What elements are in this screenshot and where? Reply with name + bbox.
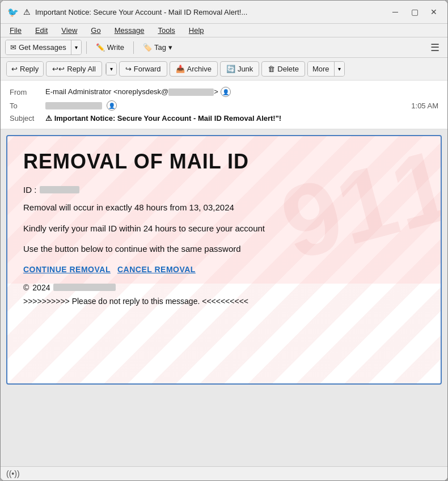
write-label: Write <box>107 43 124 52</box>
to-field: To 👤 1:05 AM <box>10 99 438 112</box>
subject-field: Subject ⚠ Important Notice: Secure Your … <box>10 112 438 124</box>
copyright-redacted <box>53 284 116 291</box>
get-messages-icon: ✉ <box>10 43 16 52</box>
mail-copyright: © 2024 <box>23 283 425 292</box>
from-value: E-mail Administrator <noreplysdesk@> 👤 <box>45 87 438 97</box>
from-suffix: > <box>214 87 218 96</box>
titlebar-title: Important Notice: Secure Your Account - … <box>35 8 247 16</box>
get-messages-button[interactable]: ✉ Get Messages <box>6 40 71 54</box>
subject-value: ⚠ Important Notice: Secure Your Account … <box>45 114 281 123</box>
to-user-icon: 👤 <box>107 100 117 111</box>
menu-tools[interactable]: Tools <box>155 25 177 36</box>
menu-message[interactable]: Message <box>112 25 147 36</box>
from-text: E-mail Administrator <noreplysdesk@ <box>45 87 168 96</box>
archive-icon: 📥 <box>176 65 185 73</box>
archive-button[interactable]: 📥 Archive <box>170 61 218 77</box>
id-label: ID : <box>23 185 36 195</box>
more-dropdown-split: More ▾ <box>307 61 345 77</box>
copyright-symbol: © <box>23 283 29 292</box>
reply-icon: ↩ <box>11 65 18 73</box>
actionbar: ↩ Reply ↩↩ Reply All ▾ ↪ Forward 📥 Archi… <box>1 58 447 81</box>
email-window: 🐦 ⚠ Important Notice: Secure Your Accoun… <box>0 0 448 481</box>
menu-edit[interactable]: Edit <box>33 25 50 36</box>
mail-links: CONTINUE REMOVAL CANCEL REMOVAL <box>23 265 425 274</box>
minimize-button[interactable]: ─ <box>388 5 402 19</box>
delete-button[interactable]: 🗑 Delete <box>261 61 305 77</box>
more-split: ▾ <box>105 62 117 75</box>
menubar: File Edit View Go Message Tools Help <box>1 24 447 37</box>
titlebar: 🐦 ⚠ Important Notice: Secure Your Accoun… <box>1 1 447 24</box>
get-messages-label: Get Messages <box>19 43 66 52</box>
email-body: 911 REMOVAL OF MAIL ID ID : Removal will… <box>6 135 442 385</box>
from-field: From E-mail Administrator <noreplysdesk@… <box>10 85 438 99</box>
more-button[interactable]: More <box>308 62 334 76</box>
menu-file[interactable]: File <box>7 25 24 36</box>
get-messages-dropdown[interactable]: ▾ <box>71 40 81 54</box>
forward-label: Forward <box>134 65 161 73</box>
titlebar-left: 🐦 ⚠ Important Notice: Secure Your Accoun… <box>7 7 247 18</box>
to-redacted <box>45 102 102 109</box>
email-time: 1:05 AM <box>411 102 438 110</box>
reply-dropdown[interactable]: ▾ <box>106 63 116 75</box>
archive-label: Archive <box>187 65 212 73</box>
menu-help[interactable]: Help <box>187 25 206 36</box>
from-user-icon: 👤 <box>221 87 231 97</box>
reply-split: ↩ Reply <box>6 61 44 77</box>
subject-label: Subject <box>10 114 41 123</box>
toolbar: ✉ Get Messages ▾ ✏️ Write 🏷️ Tag ▾ ☰ <box>1 37 447 58</box>
app-icon: 🐦 <box>7 7 19 18</box>
reply-all-label: Reply All <box>67 65 96 73</box>
get-messages-split: ✉ Get Messages ▾ <box>5 40 82 55</box>
reply-all-icon: ↩↩ <box>52 65 65 73</box>
junk-icon: 🔄 <box>226 65 235 73</box>
tag-label: Tag <box>154 43 166 52</box>
titlebar-controls: ─ ▢ ✕ <box>388 5 441 19</box>
to-label: To <box>10 102 41 110</box>
delete-label: Delete <box>277 65 299 73</box>
tag-chevron-icon: ▾ <box>168 43 172 52</box>
from-label: From <box>10 88 41 96</box>
continue-removal-link[interactable]: CONTINUE REMOVAL <box>23 265 111 274</box>
close-button[interactable]: ✕ <box>427 5 441 19</box>
menu-go[interactable]: Go <box>88 25 103 36</box>
statusbar: ((•)) <box>1 466 447 480</box>
warning-icon: ⚠ <box>23 7 31 16</box>
delete-icon: 🗑 <box>268 65 275 73</box>
more-chevron[interactable]: ▾ <box>334 62 344 76</box>
copyright-year: 2024 <box>32 283 50 292</box>
hamburger-button[interactable]: ☰ <box>427 40 443 55</box>
mail-line2: Kindly verify your mail ID within 24 hou… <box>23 222 425 235</box>
cancel-removal-link[interactable]: CANCEL REMOVAL <box>117 265 196 274</box>
tag-icon: 🏷️ <box>143 43 152 52</box>
radio-icon: ((•)) <box>6 469 20 478</box>
subject-text: Important Notice: Secure Your Account - … <box>54 114 282 123</box>
write-icon: ✏️ <box>96 43 105 52</box>
email-body-container: 911 REMOVAL OF MAIL ID ID : Removal will… <box>1 129 447 466</box>
menu-view[interactable]: View <box>59 25 79 36</box>
tag-button[interactable]: 🏷️ Tag ▾ <box>138 41 177 54</box>
subject-warning-icon: ⚠ <box>45 114 52 123</box>
mail-line1: Removal will occur in exactly 48 hours f… <box>23 201 425 214</box>
email-header: From E-mail Administrator <noreplysdesk@… <box>1 81 447 129</box>
maximize-button[interactable]: ▢ <box>408 5 421 19</box>
toolbar-separator-2 <box>133 41 134 54</box>
mail-id-field: ID : <box>23 185 425 195</box>
mail-title: REMOVAL OF MAIL ID <box>23 150 425 174</box>
email-body-inner: REMOVAL OF MAIL ID ID : Removal will occ… <box>23 150 425 306</box>
forward-icon: ↪ <box>125 65 132 73</box>
reply-label: Reply <box>20 65 39 73</box>
id-redacted <box>40 186 79 193</box>
mail-footer: >>>>>>>>>> Please do not reply to this m… <box>23 297 425 306</box>
more-label: More <box>312 65 329 73</box>
reply-all-button[interactable]: ↩↩ Reply All <box>46 61 102 77</box>
mail-line3: Use the button below to continue with th… <box>23 243 425 256</box>
to-value: 👤 <box>45 100 407 111</box>
from-redacted <box>168 88 214 96</box>
write-button[interactable]: ✏️ Write <box>91 41 129 54</box>
toolbar-separator-1 <box>86 41 87 54</box>
junk-button[interactable]: 🔄 Junk <box>220 61 259 77</box>
reply-button[interactable]: ↩ Reply <box>7 62 43 76</box>
forward-button[interactable]: ↪ Forward <box>119 61 167 77</box>
junk-label: Junk <box>238 65 253 73</box>
